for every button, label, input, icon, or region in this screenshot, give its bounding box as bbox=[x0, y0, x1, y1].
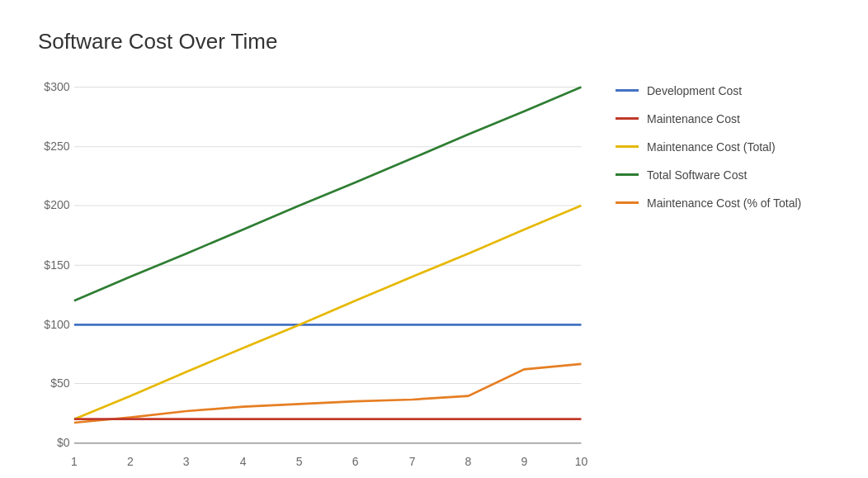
maintenance-cost-total-line bbox=[74, 205, 582, 419]
legend-label-development: Development Cost bbox=[647, 84, 742, 97]
chart-svg: $0 $50 $100 $150 $200 $250 $300 1 2 3 4 … bbox=[30, 68, 599, 479]
svg-text:$250: $250 bbox=[44, 140, 69, 153]
svg-text:2: 2 bbox=[127, 454, 134, 467]
svg-text:8: 8 bbox=[465, 454, 472, 467]
legend-item-maintenance: Maintenance Cost bbox=[616, 112, 847, 125]
legend-item-maintenance-total: Maintenance Cost (Total) bbox=[616, 140, 847, 154]
chart-area: $0 $50 $100 $150 $200 $250 $300 1 2 3 4 … bbox=[30, 68, 599, 479]
legend-line-development bbox=[616, 89, 639, 92]
svg-text:$0: $0 bbox=[57, 436, 70, 449]
legend-label-maintenance: Maintenance Cost bbox=[647, 112, 740, 125]
svg-text:$200: $200 bbox=[44, 198, 69, 211]
svg-text:$100: $100 bbox=[44, 317, 69, 330]
legend-item-total-software: Total Software Cost bbox=[616, 168, 847, 182]
svg-text:$300: $300 bbox=[44, 79, 69, 92]
legend-label-maintenance-pct: Maintenance Cost (% of Total) bbox=[647, 196, 801, 210]
maintenance-pct-line bbox=[74, 363, 582, 422]
svg-text:4: 4 bbox=[240, 454, 247, 467]
svg-text:$150: $150 bbox=[44, 258, 69, 271]
total-software-cost-line bbox=[74, 87, 582, 301]
legend-item-development: Development Cost bbox=[616, 84, 847, 97]
legend: Development Cost Maintenance Cost Mainte… bbox=[616, 68, 847, 479]
legend-line-total-software bbox=[616, 173, 639, 176]
legend-label-maintenance-total: Maintenance Cost (Total) bbox=[647, 140, 776, 154]
svg-text:$50: $50 bbox=[50, 376, 70, 389]
legend-line-maintenance-total bbox=[616, 145, 639, 148]
legend-label-total-software: Total Software Cost bbox=[647, 168, 747, 182]
legend-line-maintenance-pct bbox=[616, 201, 639, 204]
chart-body: $0 $50 $100 $150 $200 $250 $300 1 2 3 4 … bbox=[30, 68, 847, 479]
legend-line-maintenance bbox=[616, 117, 639, 120]
svg-text:6: 6 bbox=[352, 454, 359, 467]
svg-text:3: 3 bbox=[183, 454, 190, 467]
svg-text:5: 5 bbox=[296, 454, 303, 467]
chart-title: Software Cost Over Time bbox=[30, 29, 847, 54]
svg-text:10: 10 bbox=[575, 454, 588, 467]
svg-text:9: 9 bbox=[521, 454, 528, 467]
svg-text:7: 7 bbox=[409, 454, 416, 467]
svg-text:1: 1 bbox=[71, 454, 78, 467]
legend-item-maintenance-pct: Maintenance Cost (% of Total) bbox=[616, 196, 847, 210]
chart-container: Software Cost Over Time $0 $50 $100 bbox=[13, 12, 855, 466]
